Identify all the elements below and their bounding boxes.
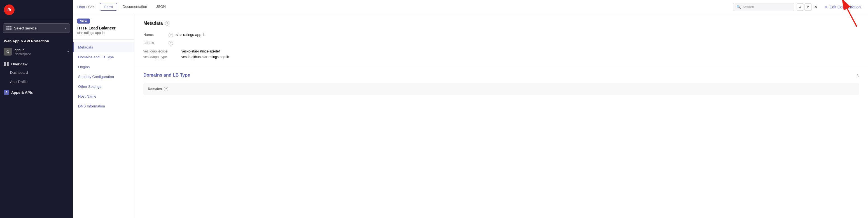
apps-apis-label: Apps & APIs (11, 90, 33, 94)
overview-icon (4, 62, 9, 66)
domains-section: Domains and LB Type ∧ Domains ? (134, 66, 868, 102)
content-area: View HTTP Load Balancer star-ratings-app… (73, 14, 868, 218)
view-badge: View (77, 19, 90, 24)
lb-name: star-ratings-app-lb (77, 31, 130, 35)
tab-json[interactable]: JSON (152, 1, 170, 13)
search-icon: 🔍 (736, 5, 741, 9)
tab-documentation[interactable]: Documentation (118, 1, 152, 13)
search-placeholder: Search (743, 5, 754, 9)
namespace-info: github Namespace (14, 48, 31, 56)
sidebar-item-app-traffic[interactable]: App Traffic (0, 77, 73, 86)
namespace-chevron-icon: ▾ (67, 50, 69, 53)
label-val-0: ves-io-star-ratings-api-def (181, 49, 220, 53)
nav-item-domains-lb[interactable]: Domains and LB Type (73, 52, 134, 62)
sidebar-logo: f5 (0, 0, 73, 20)
nav-down-button[interactable]: ∨ (804, 3, 812, 11)
search-box[interactable]: 🔍 Search (733, 3, 794, 11)
domains-collapse-icon[interactable]: ∧ (856, 73, 859, 77)
nav-up-button[interactable]: ∧ (797, 3, 804, 11)
grid-icon (6, 26, 12, 30)
nav-item-metadata[interactable]: Metadata (73, 43, 134, 52)
label-key-0: ves.io/api-scope (143, 49, 177, 53)
name-help-icon[interactable]: ? (168, 33, 173, 37)
label-row-0: ves.io/api-scope ves-io-star-ratings-api… (143, 49, 859, 53)
dashboard-label: Dashboard (10, 71, 28, 75)
top-header: Hom / Sec Form Documentation JSON 🔍 Sear (73, 0, 868, 14)
namespace-avatar: G (4, 48, 12, 56)
sidebar-section-title: Web App & API Protection (0, 36, 73, 45)
edit-configuration-button[interactable]: ✏ Edit Configuration (822, 3, 864, 11)
domains-sub-label: Domains ? (148, 87, 855, 91)
apps-apis-section: A Apps & APIs (0, 86, 73, 97)
labels-field-row: Labels ? (143, 39, 859, 47)
labels-label: Labels (143, 41, 166, 45)
metadata-heading: Metadata ? (143, 21, 859, 26)
app-traffic-label: App Traffic (10, 80, 27, 84)
labels-section: ves.io/api-scope ves-io-star-ratings-api… (143, 49, 859, 59)
domains-sub: Domains ? (143, 83, 859, 95)
name-label: Name: (143, 32, 166, 37)
tab-bar: Form Documentation JSON (94, 1, 733, 13)
chevron-down-icon: ▾ (65, 27, 66, 30)
select-service-dropdown[interactable]: Select service ▾ (3, 23, 70, 33)
breadcrumb-home[interactable]: Hom (77, 5, 85, 9)
close-button[interactable]: ✕ (812, 3, 819, 11)
nav-item-dns-info[interactable]: DNS Information (73, 101, 134, 111)
overview-section-header: Overview (0, 58, 73, 68)
domains-title: Domains and LB Type (143, 73, 190, 78)
breadcrumb-separator: / (86, 5, 87, 9)
header-right: 🔍 Search ∧ ∨ ✕ ✏ Edit Configuration (733, 3, 864, 11)
sidebar: f5 Select service ▾ Web App & API Protec… (0, 0, 73, 218)
sidebar-item-dashboard[interactable]: Dashboard (0, 68, 73, 77)
domains-heading: Domains and LB Type ∧ (143, 73, 859, 78)
metadata-help-icon[interactable]: ? (165, 21, 169, 26)
f5-logo-icon: f5 (4, 4, 14, 15)
edit-config-label: Edit Configuration (830, 5, 861, 9)
nav-item-security-config[interactable]: Security Configuration (73, 72, 134, 82)
metadata-title: Metadata ? (143, 21, 169, 26)
label-row-1: ves.io/app_type ves-io-github-star-ratin… (143, 55, 859, 59)
select-service-left: Select service (6, 26, 37, 30)
detail-panel: Metadata ? Name: ? star-ratings-app-lb L… (134, 14, 868, 218)
overview-label: Overview (11, 62, 27, 66)
labels-help-icon[interactable]: ? (168, 41, 173, 46)
edit-icon: ✏ (825, 5, 828, 9)
lb-header: View HTTP Load Balancer star-ratings-app… (73, 19, 134, 39)
namespace-item[interactable]: G github Namespace ▾ (0, 45, 73, 58)
lb-type: HTTP Load Balancer (77, 26, 130, 30)
main-area: Hom / Sec Form Documentation JSON 🔍 Sear (73, 0, 868, 218)
nav-item-other-settings[interactable]: Other Settings (73, 82, 134, 91)
label-val-1: ves-io-github-star-ratings-app-lb (181, 55, 229, 59)
name-field-row: Name: ? star-ratings-app-lb (143, 31, 859, 39)
tab-form[interactable]: Form (100, 3, 117, 11)
nav-arrows: ∧ ∨ ✕ (797, 3, 819, 11)
breadcrumb: Hom / Sec (77, 5, 94, 9)
namespace-label-text: Namespace (14, 52, 31, 56)
domains-help-icon[interactable]: ? (164, 87, 168, 91)
left-nav: View HTTP Load Balancer star-ratings-app… (73, 14, 134, 218)
metadata-section: Metadata ? Name: ? star-ratings-app-lb L… (134, 14, 868, 66)
nav-menu: Metadata Domains and LB Type Origins Sec… (73, 39, 134, 114)
label-key-1: ves.io/app_type (143, 55, 177, 59)
nav-item-host-name[interactable]: Host Name (73, 91, 134, 101)
breadcrumb-current: Sec (88, 5, 94, 9)
nav-item-origins[interactable]: Origins (73, 62, 134, 72)
select-service-label: Select service (14, 26, 37, 30)
namespace-name: github (14, 48, 31, 52)
apps-apis-icon: A (4, 90, 9, 95)
name-value: star-ratings-app-lb (176, 32, 206, 37)
